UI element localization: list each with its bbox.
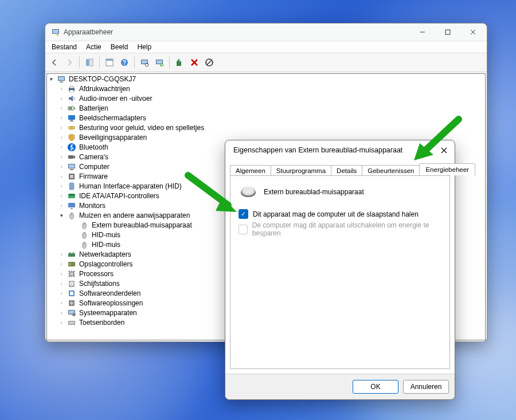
category-label: Softwareonderdelen	[78, 289, 142, 297]
sysdev-icon	[67, 308, 76, 317]
help-button[interactable]: ?	[118, 56, 131, 69]
devmgr-titlebar[interactable]: Apparaatbeheer	[45, 23, 487, 41]
svg-rect-48	[86, 59, 89, 66]
category-label: Audio-invoer en -uitvoer	[78, 95, 153, 103]
chevron-down-icon[interactable]: ▾	[47, 75, 55, 83]
chevron-right-icon[interactable]: ›	[57, 163, 65, 171]
root-label: DESKTOP-CGQSKJ7	[68, 75, 137, 83]
audio-icon	[67, 94, 76, 103]
checkbox-wake-label: Dit apparaat mag de computer uit de slaa…	[253, 210, 419, 218]
chevron-right-icon[interactable]: ›	[57, 270, 65, 278]
mouse-icon	[80, 221, 89, 230]
tree-root[interactable]: ▾ DESKTOP-CGQSKJ7	[47, 74, 485, 84]
chevron-right-icon[interactable]: ›	[57, 280, 65, 288]
network-icon	[67, 250, 76, 259]
close-button[interactable]	[460, 23, 486, 41]
category-label: Camera's	[78, 153, 110, 161]
hid-icon	[67, 182, 76, 191]
svg-rect-49	[89, 59, 93, 66]
category-label: Toetsenborden	[78, 319, 126, 327]
category-label: Softwareoplossingen	[78, 299, 144, 307]
checkbox-wake-row[interactable]: ✓ Dit apparaat mag de computer uit de sl…	[239, 209, 441, 219]
device-label: Extern bureaublad-muisapparaat	[91, 221, 193, 229]
chevron-right-icon[interactable]: ›	[57, 299, 65, 307]
category-label: Schijfstations	[78, 280, 121, 288]
battery-icon	[67, 104, 76, 113]
tree-category[interactable]: ›Audio-invoer en -uitvoer	[47, 93, 485, 103]
add-hardware-button[interactable]	[153, 56, 166, 69]
cancel-button[interactable]: Annuleren	[403, 380, 449, 394]
menu-help[interactable]: Help	[133, 41, 155, 53]
chevron-right-icon[interactable]: ›	[57, 250, 65, 258]
chevron-right-icon[interactable]: ›	[57, 289, 65, 297]
category-label: Afdrukwachtrijen	[78, 85, 131, 93]
device-label: HID-muis	[91, 231, 122, 239]
swcomp-icon	[67, 289, 76, 298]
minimize-button[interactable]	[410, 23, 435, 41]
mouse-icon	[80, 240, 89, 249]
tab-driver[interactable]: Stuurprogramma	[271, 165, 331, 176]
keyboard-icon	[67, 318, 76, 327]
chevron-right-icon[interactable]: ›	[57, 143, 65, 151]
gamectl-icon	[67, 123, 76, 132]
camera-icon	[67, 152, 76, 162]
maximize-button[interactable]	[435, 23, 460, 41]
category-label: Systeemapparaten	[78, 309, 138, 317]
category-label: IDE ATA/ATAPI-controllers	[78, 192, 161, 200]
display-icon	[67, 113, 76, 123]
chevron-right-icon[interactable]: ›	[57, 95, 65, 103]
category-label: Bluetooth	[78, 143, 110, 151]
chevron-right-icon[interactable]: ›	[57, 309, 65, 317]
toolbar: ?	[45, 53, 487, 72]
scan-button[interactable]	[138, 56, 151, 69]
category-label: Computer	[78, 163, 111, 171]
chevron-right-icon[interactable]: ›	[57, 260, 65, 268]
category-label: Netwerkadapters	[78, 250, 132, 258]
mouse-icon	[67, 211, 76, 220]
properties-button[interactable]	[103, 56, 116, 69]
chevron-right-icon[interactable]: ›	[57, 172, 65, 180]
show-hide-tree-button[interactable]	[83, 56, 96, 69]
chevron-right-icon[interactable]: ›	[57, 124, 65, 132]
storage-icon	[67, 260, 76, 269]
ok-button[interactable]: OK	[353, 380, 398, 394]
category-label: Beeldschermadapters	[78, 114, 147, 122]
tree-category[interactable]: ›Afdrukwachtrijen	[47, 84, 485, 93]
disable-button[interactable]	[202, 56, 216, 69]
chevron-right-icon[interactable]: ›	[57, 134, 65, 142]
computer-icon	[67, 162, 76, 171]
menu-file[interactable]: Bestand	[48, 41, 81, 53]
device-label: HID-muis	[91, 241, 122, 249]
printer-icon	[67, 84, 76, 93]
menu-view[interactable]: Beeld	[107, 41, 132, 53]
uninstall-button[interactable]	[187, 56, 201, 69]
chevron-right-icon[interactable]: ›	[57, 85, 65, 93]
category-label: Monitors	[78, 202, 107, 210]
chevron-right-icon[interactable]: ›	[57, 319, 65, 327]
category-label: Beveiligingsapparaten	[78, 134, 148, 142]
svg-rect-47	[445, 30, 450, 34]
update-driver-button[interactable]	[173, 56, 186, 69]
chevron-right-icon[interactable]: ›	[57, 114, 65, 122]
back-button[interactable]	[48, 56, 61, 69]
highlight-arrow-left	[182, 170, 245, 221]
chevron-right-icon[interactable]: ›	[57, 202, 65, 210]
chevron-right-icon[interactable]: ›	[57, 182, 65, 190]
cpu-icon	[67, 269, 76, 278]
chevron-right-icon[interactable]: ›	[57, 153, 65, 161]
monitor-icon	[67, 201, 76, 210]
chevron-down-icon[interactable]: ▾	[57, 211, 65, 219]
tree-category[interactable]: ›Batterijen	[47, 103, 485, 113]
chevron-right-icon[interactable]: ›	[57, 192, 65, 200]
properties-dialog: Eigenschappen van Extern bureaublad-muis…	[225, 140, 455, 400]
category-label: Muizen en andere aanwijsapparaten	[78, 211, 191, 219]
menu-action[interactable]: Actie	[82, 41, 105, 53]
bluetooth-icon	[67, 143, 76, 152]
tab-details[interactable]: Details	[331, 165, 362, 176]
chevron-right-icon[interactable]: ›	[57, 104, 65, 112]
devmgr-title: Apparaatbeheer	[64, 28, 410, 36]
highlight-arrow-right	[401, 113, 464, 171]
firmware-icon	[67, 172, 76, 181]
checkbox-disable-label: De computer mag dit apparaat uitschakele…	[252, 221, 441, 237]
forward-button[interactable]	[62, 56, 76, 69]
